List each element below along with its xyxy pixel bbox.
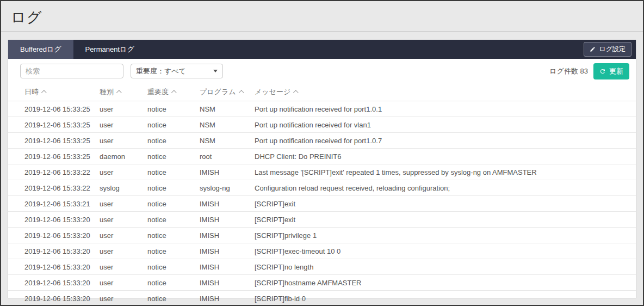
- cell-message: [SCRIPT]fib-id 0: [255, 295, 636, 303]
- table-row: 2019-12-06 15:33:20 user notice IMISH [S…: [8, 243, 636, 259]
- chevron-up-icon: [171, 90, 177, 95]
- toolbar-right: ログ件数 83 更新: [549, 63, 630, 79]
- cell-severity: notice: [147, 105, 200, 113]
- cell-program: IMISH: [200, 295, 255, 303]
- refresh-button[interactable]: 更新: [593, 63, 629, 79]
- cell-type: user: [100, 247, 147, 255]
- cell-program: NSM: [200, 137, 255, 145]
- cell-datetime: 2019-12-06 15:33:20: [24, 247, 100, 255]
- column-header-type[interactable]: 種別: [100, 87, 147, 97]
- cell-datetime: 2019-12-06 15:33:20: [24, 279, 100, 287]
- cell-datetime: 2019-12-06 15:33:25: [24, 137, 100, 145]
- cell-program: IMISH: [200, 247, 255, 255]
- tab-buffered-log[interactable]: Bufferedログ: [8, 40, 73, 59]
- table-row: 2019-12-06 15:33:25 user notice NSM Port…: [8, 101, 636, 117]
- column-header-datetime[interactable]: 日時: [24, 87, 100, 97]
- cell-message: [SCRIPT]hostname AMFMASTER: [255, 279, 636, 287]
- cell-message: [SCRIPT]exit: [255, 200, 636, 208]
- cell-program: IMISH: [200, 263, 255, 271]
- cell-message: [SCRIPT]no length: [255, 263, 636, 271]
- table-row: 2019-12-06 15:33:22 user notice IMISH La…: [8, 164, 636, 180]
- column-header-message[interactable]: メッセージ: [255, 87, 636, 97]
- tabbar-spacer: [146, 40, 584, 59]
- cell-datetime: 2019-12-06 15:33:22: [24, 184, 100, 192]
- log-settings-label: ログ設定: [599, 45, 626, 54]
- chevron-up-icon: [293, 90, 299, 95]
- cell-type: user: [100, 216, 147, 224]
- cell-datetime: 2019-12-06 15:33:20: [24, 263, 100, 271]
- cell-message: [SCRIPT]exec-timeout 10 0: [255, 247, 636, 255]
- page-header: ログ: [1, 1, 643, 32]
- cell-type: user: [100, 105, 147, 113]
- cell-message: Port up notification received for port1.…: [255, 105, 636, 113]
- chevron-up-icon: [238, 90, 244, 95]
- cell-program: IMISH: [200, 279, 255, 287]
- table-row: 2019-12-06 15:33:25 user notice NSM Port…: [8, 133, 636, 149]
- log-count: ログ件数 83: [549, 66, 588, 76]
- table-row: 2019-12-06 15:33:21 user notice IMISH [S…: [8, 196, 636, 212]
- page-title: ログ: [11, 8, 633, 27]
- cell-program: NSM: [200, 121, 255, 129]
- cell-type: user: [100, 263, 147, 271]
- severity-select[interactable]: 重要度：すべて: [131, 64, 223, 78]
- cell-type: user: [100, 279, 147, 287]
- cell-type: user: [100, 168, 147, 176]
- table-row: 2019-12-06 15:33:20 user notice IMISH [S…: [8, 291, 636, 306]
- search-input[interactable]: [20, 64, 123, 78]
- cell-severity: notice: [147, 152, 200, 161]
- cell-datetime: 2019-12-06 15:33:21: [24, 200, 100, 208]
- cell-type: user: [100, 231, 147, 240]
- cell-message: DHCP Client: Do PREINIT6: [255, 152, 636, 161]
- cell-program: IMISH: [200, 216, 255, 224]
- table-row: 2019-12-06 15:33:20 user notice IMISH [S…: [8, 212, 636, 228]
- cell-datetime: 2019-12-06 15:33:25: [24, 121, 100, 129]
- cell-datetime: 2019-12-06 15:33:25: [24, 152, 100, 161]
- cell-type: user: [100, 200, 147, 208]
- log-panel: Bufferedログ Permanentログ ログ設定 重要度：すべて ログ件数…: [8, 40, 636, 298]
- cell-program: IMISH: [200, 231, 255, 240]
- cell-program: root: [200, 152, 255, 161]
- table-row: 2019-12-06 15:33:25 daemon notice root D…: [8, 149, 636, 164]
- cell-datetime: 2019-12-06 15:33:25: [24, 105, 100, 113]
- table-row: 2019-12-06 15:33:20 user notice IMISH [S…: [8, 275, 636, 291]
- cell-severity: notice: [147, 231, 200, 240]
- chevron-up-icon: [41, 90, 47, 95]
- table-row: 2019-12-06 15:33:20 user notice IMISH [S…: [8, 228, 636, 243]
- tab-permanent-log[interactable]: Permanentログ: [73, 40, 146, 59]
- cell-message: Last message '[SCRIPT]exit' repeated 1 t…: [255, 168, 636, 176]
- cell-message: Configuration reload request received, r…: [255, 184, 636, 192]
- cell-severity: notice: [147, 279, 200, 287]
- cell-severity: notice: [147, 200, 200, 208]
- log-settings-button[interactable]: ログ設定: [584, 42, 631, 57]
- cell-program: IMISH: [200, 168, 255, 176]
- cell-severity: notice: [147, 121, 200, 129]
- cell-severity: notice: [147, 295, 200, 303]
- severity-select-value: 重要度：すべて: [136, 66, 186, 76]
- column-header-program[interactable]: プログラム: [200, 87, 255, 97]
- pencil-icon: [590, 46, 596, 52]
- cell-program: NSM: [200, 105, 255, 113]
- cell-message: Port up notification received for port1.…: [255, 137, 636, 145]
- cell-message: Port up notification received for vlan1: [255, 121, 636, 129]
- table-row: 2019-12-06 15:33:22 syslog notice syslog…: [8, 180, 636, 196]
- cell-program: IMISH: [200, 200, 255, 208]
- cell-severity: notice: [147, 263, 200, 271]
- cell-datetime: 2019-12-06 15:33:22: [24, 168, 100, 176]
- cell-severity: notice: [147, 216, 200, 224]
- cell-type: user: [100, 137, 147, 145]
- toolbar: 重要度：すべて ログ件数 83 更新: [8, 59, 636, 83]
- table-row: 2019-12-06 15:33:25 user notice NSM Port…: [8, 117, 636, 133]
- cell-severity: notice: [147, 184, 200, 192]
- cell-severity: notice: [147, 137, 200, 145]
- column-header-severity[interactable]: 重要度: [147, 87, 200, 97]
- cell-message: [SCRIPT]privilege 1: [255, 231, 636, 240]
- refresh-label: 更新: [609, 66, 623, 76]
- chevron-down-icon: [213, 70, 218, 72]
- cell-datetime: 2019-12-06 15:33:20: [24, 231, 100, 240]
- cell-datetime: 2019-12-06 15:33:20: [24, 216, 100, 224]
- log-table: 日時 種別 重要度 プログラム メッセージ 2019-12-06 15:33:2…: [8, 83, 636, 306]
- cell-type: syslog: [100, 184, 147, 192]
- table-header-row: 日時 種別 重要度 プログラム メッセージ: [8, 83, 636, 101]
- cell-severity: notice: [147, 168, 200, 176]
- cell-datetime: 2019-12-06 15:33:20: [24, 295, 100, 303]
